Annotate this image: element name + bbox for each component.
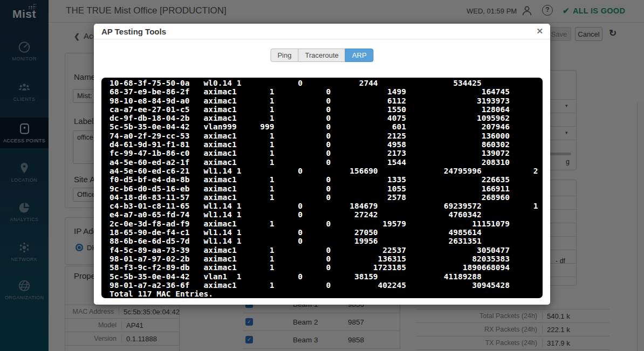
ap-testing-tools-modal: AP Testing Tools ✕ Ping Traceroute ARP 1… [94, 24, 550, 305]
arp-output-terminal: 10-68-3f-75-50-0a wl0.14 1 0 2744 534425… [101, 78, 543, 298]
app-screen: Mist MONITOR CLIENTS ACCESS POINTS LOCAT… [0, 0, 644, 351]
modal-header: AP Testing Tools ✕ [94, 24, 550, 39]
tool-tabs: Ping Traceroute ARP [270, 49, 373, 62]
modal-title: AP Testing Tools [101, 27, 166, 36]
close-icon[interactable]: ✕ [536, 26, 543, 36]
tab-ping[interactable]: Ping [270, 49, 298, 62]
tab-traceroute[interactable]: Traceroute [298, 49, 345, 62]
tab-arp[interactable]: ARP [345, 49, 374, 62]
